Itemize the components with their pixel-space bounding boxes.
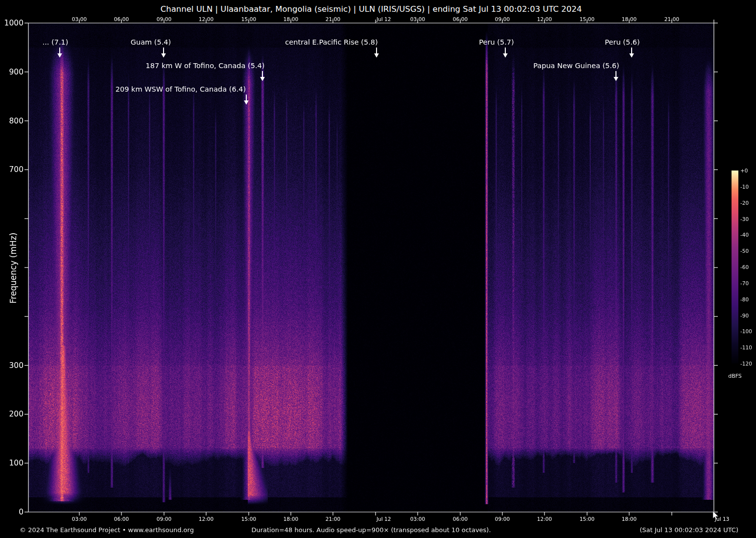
colorbar-tick-label: +0 <box>740 168 748 173</box>
colorbar-gradient <box>732 171 738 364</box>
time-tick-label-bottom: 18:00 <box>614 516 644 522</box>
time-tick-label-top: 09:00 <box>149 16 179 22</box>
time-tick-label-top: 06:00 <box>446 16 475 22</box>
time-tick-label-bottom: 06:00 <box>446 516 475 522</box>
colorbar-tick-label: -110 <box>740 344 752 350</box>
down-arrow-icon <box>613 71 619 81</box>
colorbar-tick-label: -90 <box>740 313 749 318</box>
y-tick-label: 100 <box>3 459 24 467</box>
y-tick-label: 900 <box>3 68 24 76</box>
colorbar-tick-label: -30 <box>740 216 749 222</box>
spectrogram-page: Channel ULN | Ulaanbaatar, Mongolia (sei… <box>0 0 756 538</box>
time-tick-label-bottom: 21:00 <box>318 516 348 522</box>
mouse-cursor-icon <box>713 511 720 521</box>
colorbar-tick-label: -120 <box>740 361 752 367</box>
time-tick-label-bottom: 09:00 <box>488 516 517 522</box>
time-tick-label-bottom: Jul 12 <box>377 516 406 522</box>
time-tick-label-top: 18:00 <box>614 16 644 22</box>
time-tick-label-bottom: 12:00 <box>530 516 559 522</box>
y-tick-label: 0 <box>3 508 24 516</box>
down-arrow-icon <box>502 48 508 58</box>
time-tick-label-top: 06:00 <box>107 16 136 22</box>
colorbar-title: dBFS <box>724 373 746 379</box>
event-label: Guam (5.4) <box>48 38 254 46</box>
y-tick-label: 1000 <box>3 19 24 27</box>
colorbar-tick-label: -10 <box>740 184 749 190</box>
time-tick-label-top: 18:00 <box>276 16 306 22</box>
time-tick-label-top: 03:00 <box>403 16 432 22</box>
down-arrow-icon <box>161 48 166 58</box>
colorbar-tick-label: -40 <box>740 232 749 238</box>
colorbar-tick-label: -20 <box>740 200 749 206</box>
time-tick-label-top: 03:00 <box>65 16 94 22</box>
time-tick-label-bottom: 18:00 <box>276 516 306 522</box>
y-axis-title: Frequency (mHz) <box>8 219 19 317</box>
y-tick-label: 300 <box>3 361 24 370</box>
event-label: 187 km W of Tofino, Canada (5.4) <box>102 62 308 70</box>
event-label: Papua New Guinea (5.6) <box>473 62 679 70</box>
down-arrow-icon <box>374 48 379 58</box>
down-arrow-icon <box>629 48 635 58</box>
time-tick-label-top: Jul 12 <box>377 16 406 22</box>
down-arrow-icon <box>243 95 249 105</box>
y-tick-label: 200 <box>3 410 24 418</box>
time-tick-label-top: 09:00 <box>488 16 517 22</box>
footer-timestamp: (Sat Jul 13 00:02:03 2024 UTC) <box>639 526 738 534</box>
time-tick-label-top: 15:00 <box>234 16 263 22</box>
time-tick-label-top: 21:00 <box>657 16 686 22</box>
colorbar-tick-label: -70 <box>740 280 749 286</box>
event-label: 209 km WSW of Tofino, Canada (6.4) <box>78 85 284 93</box>
colorbar-tick-label: -50 <box>740 248 749 254</box>
colorbar-tick-label: -100 <box>740 328 752 334</box>
time-tick-label-top: 12:00 <box>530 16 559 22</box>
time-tick-label-bottom: 03:00 <box>65 516 94 522</box>
down-arrow-icon <box>57 48 63 58</box>
colorbar-tick-label: -80 <box>740 296 749 302</box>
colorbar-tick-label: -60 <box>740 264 749 270</box>
time-tick-label-bottom: 15:00 <box>234 516 263 522</box>
time-tick-label-bottom: 06:00 <box>107 516 136 522</box>
time-tick-label-top: 15:00 <box>572 16 602 22</box>
y-tick-label: 800 <box>3 117 24 125</box>
down-arrow-icon <box>260 71 265 81</box>
event-label: Peru (5.6) <box>520 38 725 46</box>
time-tick-label-top: 21:00 <box>318 16 348 22</box>
footer-duration: Duration=48 hours. Audio speed-up=900× (… <box>28 526 714 534</box>
spectrogram-canvas <box>28 23 714 512</box>
time-tick-label-bottom: 15:00 <box>572 516 602 522</box>
time-tick-label-bottom: 09:00 <box>149 516 179 522</box>
y-tick-label: 700 <box>3 165 24 174</box>
time-tick-label-top: 12:00 <box>191 16 221 22</box>
time-tick-label-bottom: 12:00 <box>191 516 221 522</box>
time-tick-label-bottom: 03:00 <box>403 516 432 522</box>
page-title: Channel ULN | Ulaanbaatar, Mongolia (sei… <box>28 4 714 14</box>
